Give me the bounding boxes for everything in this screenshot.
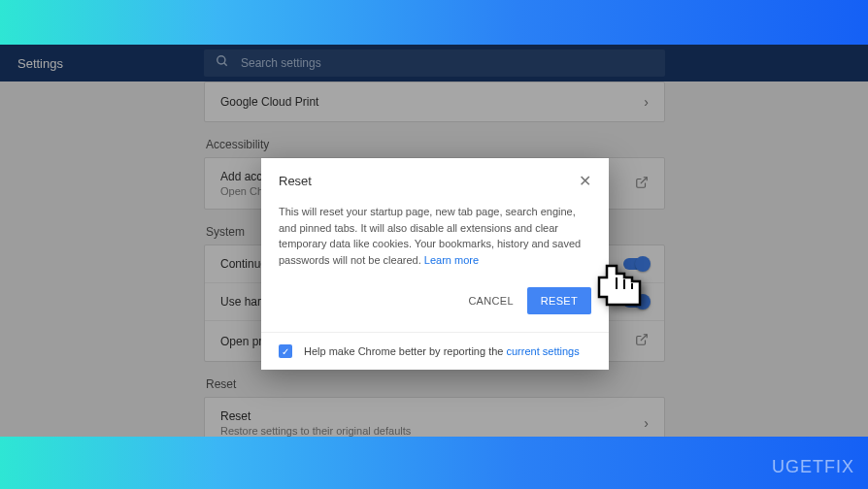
help-text-container: Help make Chrome better by reporting the…	[304, 345, 580, 357]
cancel-button[interactable]: CANCEL	[468, 295, 513, 307]
reset-button[interactable]: RESET	[527, 287, 591, 314]
help-text: Help make Chrome better by reporting the	[304, 345, 507, 357]
help-checkbox[interactable]: ✓	[279, 344, 292, 358]
current-settings-link[interactable]: current settings	[507, 345, 580, 357]
cursor-pointer-icon	[589, 258, 657, 311]
close-icon: ✕	[579, 173, 591, 189]
close-button[interactable]: ✕	[579, 172, 591, 190]
reset-dialog: Reset ✕ This will reset your startup pag…	[261, 158, 609, 370]
check-icon: ✓	[282, 346, 289, 357]
learn-more-link[interactable]: Learn more	[424, 254, 479, 266]
dialog-title: Reset	[279, 174, 312, 188]
dialog-body: This will reset your startup page, new t…	[261, 198, 609, 281]
watermark: UGETFIX	[772, 457, 854, 477]
